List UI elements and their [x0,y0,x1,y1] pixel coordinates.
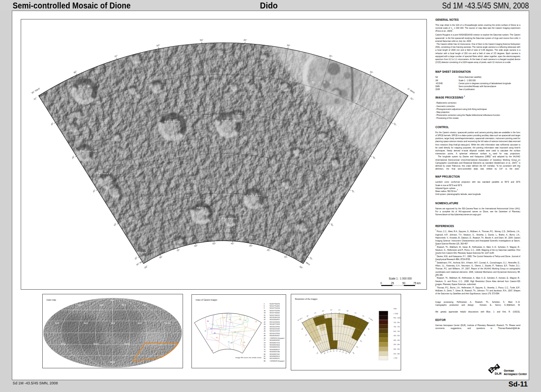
svg-text:50: 50 [402,282,406,285]
svg-text:75 km: 75 km [413,282,421,285]
svg-text:German: German [504,369,514,372]
svg-text:25: 25 [391,282,394,285]
svg-text:0: 0 [380,282,382,285]
svg-text:DLR: DLR [495,372,502,376]
svg-text:Aerospace Center: Aerospace Center [504,373,527,376]
svg-text:Scale 1 : 1 000 000: Scale 1 : 1 000 000 [389,277,412,280]
